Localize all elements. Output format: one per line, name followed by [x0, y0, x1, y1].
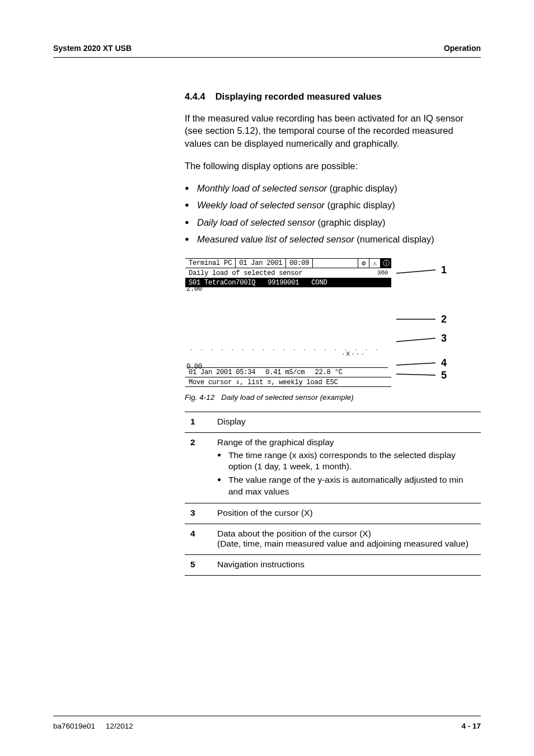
- figure-4-12: Terminal PC 01 Jan 2001 00:09 ⚙ ⚠ ⓘ Dail…: [185, 258, 481, 388]
- screen-graph-area: 2.00 0.00 · · · · · · · · · · · · · · · …: [188, 287, 388, 368]
- option-weekly: Weekly load of selected sensor (graphic …: [185, 199, 481, 211]
- intro-paragraph-1: If the measured value recording has been…: [185, 112, 481, 150]
- header-left: System 2020 XT USB: [53, 44, 132, 53]
- footer-date: 12/2012: [106, 722, 133, 730]
- callout-5: 5: [441, 370, 447, 381]
- display-options-list: Monthly load of selected sensor (graphic…: [185, 182, 481, 245]
- legend-table: 1 Display 2 Range of the graphical displ…: [185, 412, 481, 576]
- svg-line-3: [396, 363, 435, 365]
- svg-line-4: [396, 374, 435, 375]
- legend-row-1: 1 Display: [185, 412, 481, 433]
- screen-terminal-label: Terminal PC: [185, 259, 236, 268]
- device-screen: Terminal PC 01 Jan 2001 00:09 ⚙ ⚠ ⓘ Dail…: [185, 258, 392, 388]
- callout-4: 4: [441, 357, 447, 369]
- figure-caption: Fig. 4-12 Daily load of selected sensor …: [185, 393, 481, 402]
- screen-time: 00:09: [286, 259, 313, 268]
- footer-page-number: 4 - 17: [461, 722, 481, 730]
- screen-subtitle: Daily load of selected sensor 360: [185, 268, 391, 278]
- legend-row-2: 2 Range of the graphical display The tim…: [185, 433, 481, 503]
- graph-cursor: ·X···: [341, 351, 366, 357]
- y-axis-min: 0.00: [186, 363, 202, 371]
- intro-paragraph-2: The following display options are possib…: [185, 160, 481, 172]
- callout-2: 2: [441, 314, 447, 325]
- settings-icon: ⚙: [358, 259, 369, 268]
- screen-cursor-info: 01 Jan 2001 05:34 0.41 mS/cm 22.8 °C: [185, 368, 391, 377]
- callout-1: 1: [441, 264, 447, 276]
- figure-number: Fig. 4-12: [185, 393, 214, 402]
- screen-sensor-bar: S01 TetraCon700IQ 99190001 COND: [185, 278, 391, 287]
- callout-3: 3: [441, 333, 447, 344]
- screen-sensor-serial: 99190001: [268, 279, 299, 287]
- cursor-temperature: 22.8 °C: [315, 368, 342, 376]
- option-daily: Daily load of selected sensor (graphic d…: [185, 216, 481, 228]
- screen-title-bar: Terminal PC 01 Jan 2001 00:09 ⚙ ⚠ ⓘ: [185, 258, 391, 268]
- header-right: Operation: [444, 44, 481, 53]
- info-icon: ⓘ: [380, 259, 391, 268]
- legend-row-5: 5 Navigation instructions: [185, 554, 481, 575]
- legend-row-3: 3 Position of the cursor (X): [185, 503, 481, 524]
- legend-row-4: 4 Data about the position of the cursor …: [185, 524, 481, 554]
- screen-navigation-hint: Move cursor ⇕, list ≡, weekly load ESC: [185, 377, 391, 387]
- section-number: 4.4.4: [185, 91, 205, 102]
- page-footer: ba76019e01 12/2012 4 - 17: [53, 716, 481, 730]
- screen-sensor-type: COND: [311, 279, 327, 287]
- option-monthly: Monthly load of selected sensor (graphic…: [185, 182, 481, 194]
- section-heading: 4.4.4 Displaying recorded measured value…: [185, 91, 481, 102]
- running-header: System 2020 XT USB Operation: [53, 44, 481, 58]
- y-axis-max: 2.00: [186, 285, 202, 293]
- svg-line-0: [396, 270, 435, 273]
- screen-scale-indicator: 360: [377, 269, 388, 276]
- footer-doc-id: ba76019e01: [53, 722, 95, 730]
- figure-callouts: 1 2 3 4 5: [396, 258, 452, 380]
- svg-line-2: [396, 338, 435, 342]
- cursor-value: 0.41 mS/cm: [265, 368, 305, 376]
- warning-icon: ⚠: [369, 259, 380, 268]
- option-list: Measured value list of selected sensor (…: [185, 233, 481, 245]
- section-title: Displaying recorded measured values: [216, 91, 382, 102]
- figure-caption-text: Daily load of selected sensor (example): [221, 393, 353, 402]
- screen-date: 01 Jan 2001: [236, 259, 286, 268]
